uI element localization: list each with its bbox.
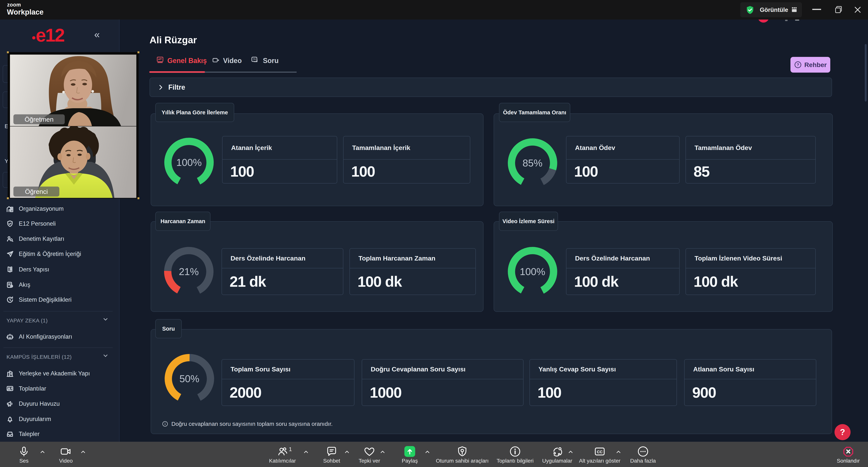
svg-text:CC: CC <box>597 449 602 454</box>
svg-text:?: ? <box>797 62 799 67</box>
svg-text:?!: ?! <box>253 58 256 61</box>
